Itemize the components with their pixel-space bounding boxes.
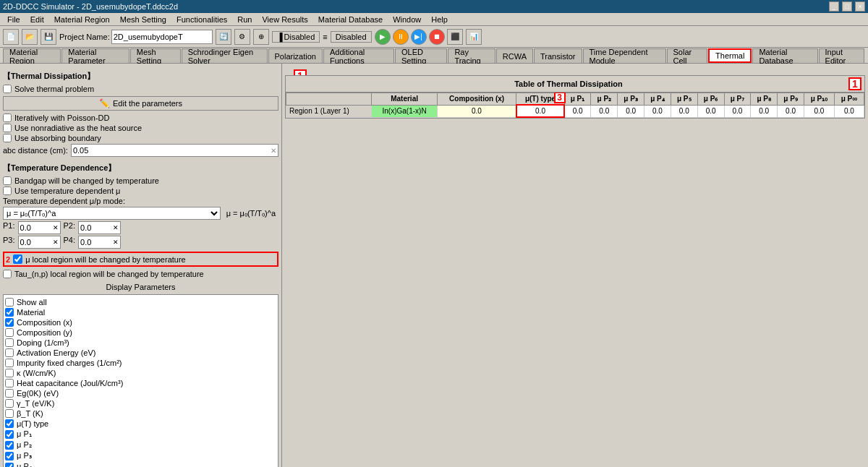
- tau-local-checkbox[interactable]: [3, 270, 12, 278]
- mu-p3-checkbox[interactable]: [5, 452, 14, 460]
- p3-clear-icon[interactable]: ✕: [53, 239, 59, 246]
- p1-input[interactable]: [20, 223, 53, 232]
- menu-material-region[interactable]: Material Region: [50, 14, 114, 25]
- minimize-button[interactable]: _: [829, 1, 839, 12]
- composition-y-checkbox[interactable]: [5, 328, 14, 337]
- edit-parameters-button[interactable]: ✏️ Edit the parameters: [3, 96, 278, 111]
- tab-additional-functions[interactable]: Additional Functions: [323, 48, 394, 63]
- circle-button[interactable]: ⊕: [253, 29, 269, 45]
- menu-mesh-setting[interactable]: Mesh Setting: [116, 14, 171, 25]
- eg0k-checkbox[interactable]: [5, 389, 14, 398]
- step-button[interactable]: ▶|: [411, 29, 427, 45]
- tab-transistor[interactable]: Transistor: [534, 48, 582, 63]
- temp-dependent-mu-checkbox[interactable]: [3, 187, 12, 195]
- new-button[interactable]: 📄: [3, 29, 19, 45]
- tab-schrodinger[interactable]: Schrodinger Eigen Solver: [182, 48, 268, 63]
- abc-clear-icon[interactable]: ✕: [271, 147, 276, 155]
- display-params-list: Show all Material Composition (x) Compos…: [3, 294, 278, 467]
- col-header-p5: μ P₅: [671, 93, 697, 106]
- activation-energy-label: Activation Energy (eV): [17, 348, 95, 357]
- cell-composition: 0.0: [437, 105, 516, 117]
- absorbing-boundary-row: Use absorbing boundary: [3, 134, 278, 142]
- mu-p1-checkbox[interactable]: [5, 430, 14, 439]
- project-name-input[interactable]: [111, 30, 213, 44]
- disabled-button-2[interactable]: Disabled: [331, 31, 372, 43]
- menu-bar: File Edit Material Region Mesh Setting F…: [0, 13, 868, 26]
- impurity-charges-checkbox[interactable]: [5, 359, 14, 367]
- p3-p4-row: P3: ✕ P4: ✕: [3, 236, 278, 249]
- pause-button[interactable]: ⏸: [393, 29, 409, 45]
- display-show-all: Show all: [5, 298, 276, 307]
- window-controls[interactable]: _ □ ×: [829, 1, 865, 12]
- stop-button[interactable]: ⏹: [429, 29, 445, 45]
- tab-thermal[interactable]: Thermal: [708, 48, 752, 63]
- doping-checkbox[interactable]: [5, 338, 14, 347]
- p4-input[interactable]: [80, 238, 113, 247]
- kappa-label: κ (W/cm/K): [17, 369, 56, 377]
- material-checkbox[interactable]: [5, 308, 14, 317]
- temp-mu-formula-row: μ = μ₀(T/T₀)^a μ = μ₀(T/T₀)^a: [3, 207, 278, 220]
- p2-clear-icon[interactable]: ✕: [113, 224, 119, 231]
- mu-p2-checkbox[interactable]: [5, 441, 14, 450]
- menu-view-results[interactable]: View Results: [258, 14, 312, 25]
- p1-clear-icon[interactable]: ✕: [53, 224, 59, 231]
- p2-input[interactable]: [80, 223, 113, 232]
- chart-button[interactable]: 📊: [466, 29, 482, 45]
- menu-run[interactable]: Run: [233, 14, 256, 25]
- mu-p4-checkbox[interactable]: [5, 463, 14, 468]
- abc-distance-input[interactable]: [73, 146, 271, 155]
- gamma-t-checkbox[interactable]: [5, 399, 14, 408]
- menu-material-database[interactable]: Material Database: [314, 14, 387, 25]
- menu-window[interactable]: Window: [388, 14, 425, 25]
- tab-mesh-setting[interactable]: Mesh Setting: [130, 48, 181, 63]
- tab-oled-setting[interactable]: OLED Setting: [395, 48, 447, 63]
- menu-file[interactable]: File: [3, 14, 25, 25]
- iteratively-poisson-checkbox[interactable]: [3, 113, 12, 122]
- mu-local-checkbox[interactable]: [13, 254, 22, 264]
- annotation-3-label: 3: [554, 93, 566, 103]
- display-eg0k: Eg(0K) (eV): [5, 389, 276, 398]
- save-button[interactable]: 💾: [41, 29, 56, 45]
- activation-energy-checkbox[interactable]: [5, 348, 14, 357]
- menu-edit[interactable]: Edit: [26, 14, 48, 25]
- project-label: Project Name:: [59, 33, 110, 41]
- p3-input[interactable]: [20, 238, 53, 247]
- display-mu-p3: μ P₃: [5, 451, 276, 460]
- tab-rcwa[interactable]: RCWA: [496, 48, 533, 63]
- tab-polarization[interactable]: Polarization: [268, 48, 323, 63]
- maximize-button[interactable]: □: [842, 1, 852, 12]
- content-area: 【Thermal Dissipation】 Solve thermal prob…: [0, 64, 868, 467]
- show-all-checkbox[interactable]: [5, 298, 14, 307]
- tab-material-region[interactable]: Material Region: [3, 48, 61, 63]
- kappa-checkbox[interactable]: [5, 369, 14, 377]
- temp-mu-mode-select[interactable]: μ = μ₀(T/T₀)^a: [3, 207, 221, 220]
- extra-button[interactable]: ⬛: [447, 29, 463, 45]
- tab-solar-cell[interactable]: Solar Cell: [667, 48, 708, 63]
- nonradiative-checkbox[interactable]: [3, 124, 12, 132]
- menu-help[interactable]: Help: [427, 14, 452, 25]
- tab-ray-tracing[interactable]: Ray Tracing: [448, 48, 495, 63]
- display-material: Material: [5, 308, 276, 317]
- composition-x-checkbox[interactable]: [5, 318, 14, 327]
- tab-material-database[interactable]: Material Database: [752, 48, 817, 63]
- menu-functionalities[interactable]: Functionalities: [172, 14, 231, 25]
- tab-material-parameter[interactable]: Material Parameter: [61, 48, 129, 63]
- iteratively-poisson-row: Iteratively with Poisson-DD: [3, 113, 278, 122]
- absorbing-boundary-checkbox[interactable]: [3, 134, 12, 142]
- refresh-button[interactable]: 🔄: [216, 29, 231, 45]
- tab-time-dependent[interactable]: Time Dependent Module: [583, 48, 666, 63]
- temp-dependence-section: 【Temperature Dependence】 Bandgap will be…: [3, 163, 278, 278]
- run-button[interactable]: ▶: [375, 29, 391, 45]
- close-button[interactable]: ×: [855, 1, 865, 12]
- temp-mu-mode-row: Temperature dependent μ/p mode:: [3, 197, 278, 205]
- disabled-button-1[interactable]: ▐ Disabled: [272, 31, 320, 43]
- tab-input-editor[interactable]: Input Editor: [819, 48, 864, 63]
- heat-cap-checkbox[interactable]: [5, 379, 14, 387]
- open-button[interactable]: 📂: [22, 29, 38, 45]
- bandgap-temp-checkbox[interactable]: [3, 176, 12, 185]
- mu-t-type-checkbox[interactable]: [5, 419, 14, 428]
- p4-clear-icon[interactable]: ✕: [113, 239, 119, 246]
- beta-t-checkbox[interactable]: [5, 409, 14, 418]
- settings-button[interactable]: ⚙: [234, 29, 250, 45]
- solve-thermal-checkbox[interactable]: [3, 85, 12, 93]
